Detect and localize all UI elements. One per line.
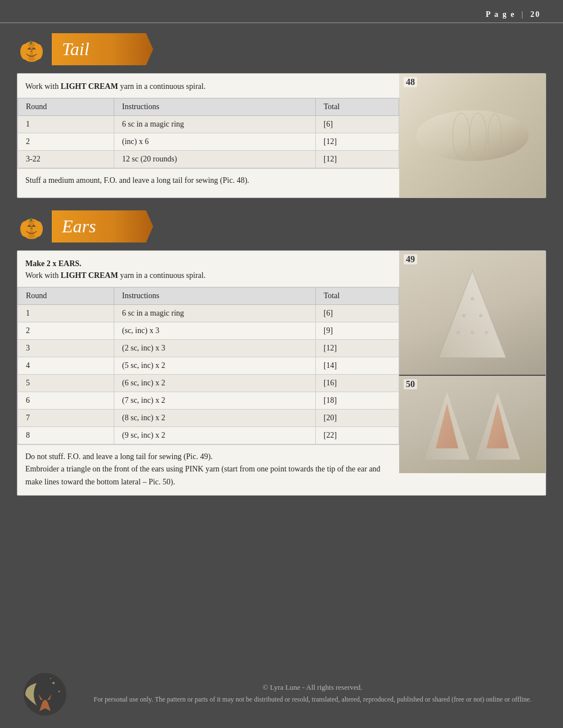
ears-round-cell: 6 xyxy=(18,392,114,410)
tail-col-round: Round xyxy=(18,98,114,116)
tail-section-header: Tail xyxy=(17,33,563,65)
ears-round-cell: 5 xyxy=(18,375,114,392)
tail-instructions-cell: (inc) x 6 xyxy=(114,133,315,151)
ears-intro-text: Work with xyxy=(25,271,61,280)
ears-section-header: Ears xyxy=(17,210,563,242)
svg-point-3 xyxy=(33,44,43,60)
ears-note-line2: Embroider a triangle on the front of the… xyxy=(25,465,381,486)
ears-image-box-2: 50 xyxy=(399,375,546,473)
ears-banner: Ears xyxy=(52,210,153,242)
tail-table-row: 1 6 sc in a magic ring [6] xyxy=(18,116,399,133)
svg-point-26 xyxy=(471,331,474,334)
ears-total-cell: [22] xyxy=(315,427,399,444)
svg-point-34 xyxy=(59,691,60,693)
footer-logo xyxy=(23,672,68,717)
ears-make-bold: Make 2 x EARS. xyxy=(25,259,82,268)
ears-instructions-cell: (6 sc, inc) x 2 xyxy=(114,375,315,392)
tail-note-text: Stuff a medium amount, F.O. and leave a … xyxy=(25,176,249,185)
pumpkin-icon xyxy=(17,35,46,64)
ears-instructions-cell: (8 sc, inc) x 2 xyxy=(114,410,315,427)
ears-col-total: Total xyxy=(315,287,399,305)
tail-instructions-cell: 12 sc (20 rounds) xyxy=(114,151,315,168)
ears-pic1-label: 49 xyxy=(404,254,417,264)
svg-point-25 xyxy=(457,331,460,334)
tail-image xyxy=(399,74,546,197)
ears-table-row: 8 (9 sc, inc) x 2 [22] xyxy=(18,427,399,444)
ears-table: Round Instructions Total 1 6 sc in a mag… xyxy=(17,287,399,444)
ears-table-container: Make 2 x EARS. Work with LIGHT CREAM yar… xyxy=(17,250,546,496)
tail-intro-text: Work with xyxy=(25,82,61,91)
tail-intro-bold: LIGHT CREAM xyxy=(61,82,118,91)
ears-col-round: Round xyxy=(18,287,114,305)
ears-content: Make 2 x EARS. Work with LIGHT CREAM yar… xyxy=(17,250,546,496)
ears-title: Ears xyxy=(62,216,96,236)
ears-instructions-cell: (sc, inc) x 3 xyxy=(114,322,315,340)
tail-title: Tail xyxy=(62,39,90,59)
tail-col-instructions: Instructions xyxy=(114,98,315,116)
ears-table-row: 3 (2 sc, inc) x 3 [12] xyxy=(18,340,399,357)
svg-point-24 xyxy=(479,314,482,317)
ears-image-1 xyxy=(399,251,546,375)
ears-image-box-1: 49 xyxy=(399,251,546,375)
page-number: P a g e | 20 xyxy=(486,10,540,19)
svg-marker-20 xyxy=(439,271,506,358)
ears-instructions-cell: (5 sc, inc) x 2 xyxy=(114,357,315,375)
tail-instructions-cell: 6 sc in a magic ring xyxy=(114,116,315,133)
ears-table-row: 4 (5 sc, inc) x 2 [14] xyxy=(18,357,399,375)
ears-note: Do not stuff. F.O. and leave a long tail… xyxy=(17,444,399,495)
tail-round-cell: 2 xyxy=(18,133,114,151)
ears-intro: Make 2 x EARS. Work with LIGHT CREAM yar… xyxy=(17,251,399,287)
tail-intro-suffix: yarn in a continuous spiral. xyxy=(118,82,206,91)
tail-image-panel: 48 xyxy=(399,74,546,197)
ears-image-panel: 49 xyxy=(399,251,546,473)
ears-table-row: 1 6 sc in a magic ring [6] xyxy=(18,305,399,322)
svg-point-33 xyxy=(52,682,55,684)
ears-svg-2 xyxy=(405,378,540,471)
tail-total-cell: [12] xyxy=(315,151,399,168)
ears-total-cell: [12] xyxy=(315,340,399,357)
ears-round-cell: 1 xyxy=(18,305,114,322)
svg-point-2 xyxy=(20,44,30,60)
tail-table-inner: Work with LIGHT CREAM yarn in a continuo… xyxy=(17,74,546,197)
pumpkin-icon-2 xyxy=(17,212,46,241)
svg-point-35 xyxy=(50,678,51,679)
page-header: P a g e | 20 xyxy=(0,0,563,23)
svg-point-15 xyxy=(33,221,43,237)
ears-svg-1 xyxy=(405,254,540,372)
tail-round-cell: 3-22 xyxy=(18,151,114,168)
ears-instructions-cell: (2 sc, inc) x 3 xyxy=(114,340,315,357)
svg-point-22 xyxy=(471,297,474,300)
tail-table-row: 3-22 12 sc (20 rounds) [12] xyxy=(18,151,399,168)
ears-total-cell: [14] xyxy=(315,357,399,375)
ears-table-row: 5 (6 sc, inc) x 2 [16] xyxy=(18,375,399,392)
footer-disclaimer: For personal use only. The pattern or pa… xyxy=(84,694,540,705)
ears-intro-bold: LIGHT CREAM xyxy=(61,271,118,280)
ears-col-instructions: Instructions xyxy=(114,287,315,305)
ears-total-cell: [20] xyxy=(315,410,399,427)
ears-table-header-row: Round Instructions Total xyxy=(18,287,399,305)
footer-copyright: © Lyra Lune - All rights reserved. xyxy=(84,683,540,692)
tail-banner: Tail xyxy=(52,33,153,65)
ears-intro-suffix: yarn in a continuous spiral. xyxy=(118,271,206,280)
svg-point-23 xyxy=(462,314,466,317)
tail-round-cell: 1 xyxy=(18,116,114,133)
tail-svg xyxy=(405,79,540,192)
page-num: 20 xyxy=(530,10,540,19)
ears-round-cell: 8 xyxy=(18,427,114,444)
ears-image-2 xyxy=(399,376,546,473)
ears-instructions-cell: (9 sc, inc) x 2 xyxy=(114,427,315,444)
footer: © Lyra Lune - All rights reserved. For p… xyxy=(0,660,563,728)
ears-pic2-label: 50 xyxy=(404,379,417,389)
tail-image-box: 48 xyxy=(399,74,546,197)
ears-note-line1: Do not stuff. F.O. and leave a long tail… xyxy=(25,452,213,461)
tail-table-row: 2 (inc) x 6 [12] xyxy=(18,133,399,151)
ears-table-row: 7 (8 sc, inc) x 2 [20] xyxy=(18,410,399,427)
footer-content: © Lyra Lune - All rights reserved. For p… xyxy=(84,683,540,705)
tail-table: Round Instructions Total 1 6 sc in a mag… xyxy=(17,98,399,168)
svg-rect-16 xyxy=(30,218,32,222)
ears-table-section: Make 2 x EARS. Work with LIGHT CREAM yar… xyxy=(17,251,399,495)
tail-note: Stuff a medium amount, F.O. and leave a … xyxy=(17,168,399,194)
ears-total-cell: [18] xyxy=(315,392,399,410)
ears-total-cell: [16] xyxy=(315,375,399,392)
tail-pic-label: 48 xyxy=(404,77,417,87)
